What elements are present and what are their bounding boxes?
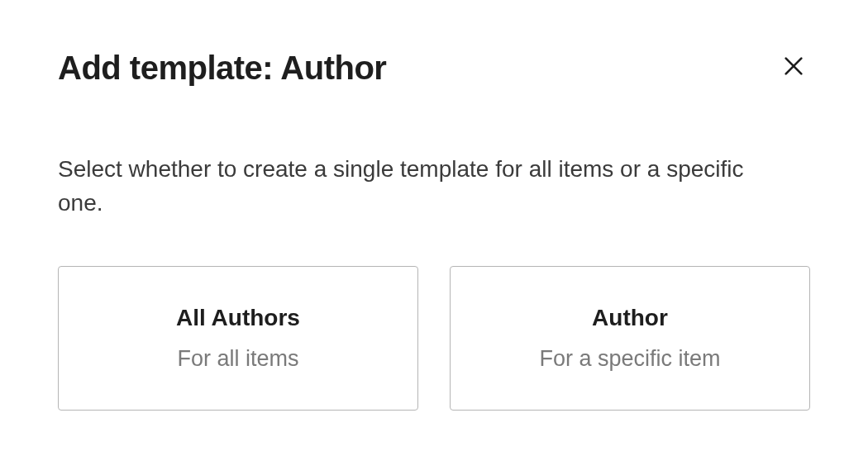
option-title: Author — [467, 305, 793, 331]
modal-header: Add template: Author — [58, 50, 810, 87]
modal-title: Add template: Author — [58, 50, 386, 87]
add-template-modal: Add template: Author Select whether to c… — [0, 0, 868, 411]
template-options: All Authors For all items Author For a s… — [58, 266, 810, 411]
modal-description: Select whether to create a single templa… — [58, 153, 785, 220]
option-subtitle: For all items — [75, 346, 401, 372]
option-subtitle: For a specific item — [467, 346, 793, 372]
option-title: All Authors — [75, 305, 401, 331]
close-button[interactable] — [777, 50, 810, 85]
close-icon — [780, 53, 807, 82]
option-all-authors[interactable]: All Authors For all items — [58, 266, 418, 411]
option-single-author[interactable]: Author For a specific item — [450, 266, 810, 411]
